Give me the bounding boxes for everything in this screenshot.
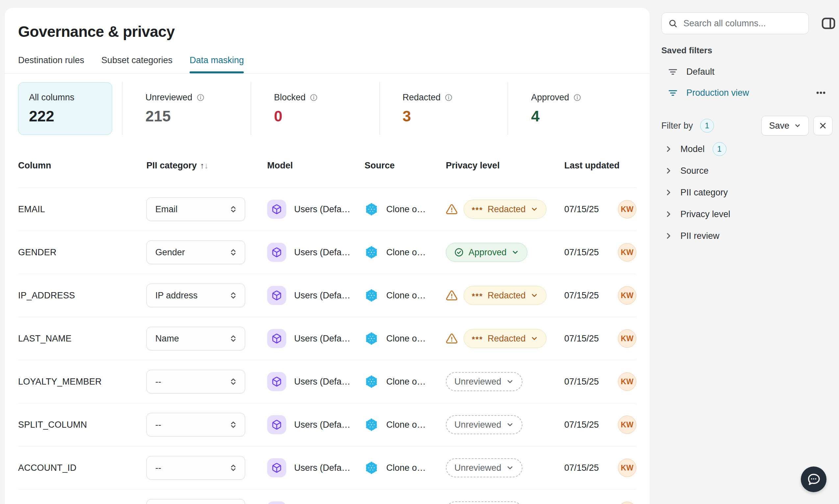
pii-category-select[interactable]: -- [146,499,245,504]
source-name: Clone o… [386,377,426,387]
filter-category-pii-review[interactable]: PII review [650,225,839,247]
source-name: Clone o… [386,334,426,344]
chevron-down-icon [530,291,538,299]
filter-count-badge: 1 [700,119,714,132]
tab-destination-rules[interactable]: Destination rules [18,55,84,73]
stat-blocked[interactable]: Blocked 0 [251,82,379,135]
info-icon[interactable] [309,93,318,102]
collapse-panel-button[interactable] [820,15,837,32]
chevron-down-icon [511,248,519,256]
select-chevrons-icon [229,464,237,472]
model-name: Users (Defa… [294,204,351,215]
saved-filter-production-view[interactable]: Production view [650,82,839,103]
saved-filter-default[interactable]: Default [650,61,839,82]
privacy-level-badge[interactable]: Approved [446,243,528,262]
warning-icon [446,203,458,215]
stat-redacted[interactable]: Redacted 3 [379,82,508,135]
select-chevrons-icon [229,205,237,214]
page-title: Governance & privacy [18,8,636,41]
privacy-level-badge[interactable]: *** Redacted [464,286,547,305]
pii-category-select[interactable]: Name [146,327,245,350]
sort-icon[interactable]: ↑↓ [200,161,208,170]
clear-filters-button[interactable] [813,116,833,135]
info-icon[interactable] [573,93,582,102]
chevron-right-icon [664,210,673,219]
pii-category-select[interactable]: -- [146,456,245,480]
warning-icon [446,289,458,301]
snowflake-icon [364,418,378,432]
more-options-icon[interactable] [815,87,826,98]
chevron-down-icon [794,122,801,129]
saved-filters-list: Default Production view [650,61,839,103]
column-name: ACCOUNT_ID [18,463,146,473]
last-updated-date: 07/15/25 [564,247,599,257]
model-cube-icon [271,204,282,215]
last-updated-date: 07/15/25 [564,204,599,215]
pii-category-select[interactable]: -- [146,370,245,394]
source-name: Clone o… [386,420,426,430]
model-chip [267,415,286,434]
avatar: KW [618,458,636,477]
filter-by-label: Filter by [661,121,693,131]
table-row: EMAIL Email Users (Defa… Clone o… *** Re… [18,187,636,231]
search-input[interactable] [683,18,802,29]
privacy-level-badge[interactable]: *** Redacted [464,329,547,348]
stat-approved[interactable]: Approved 4 [508,82,636,135]
filter-category-pii-category[interactable]: PII category [650,182,839,203]
tab-subset-categories[interactable]: Subset categories [101,55,173,73]
filter-category-privacy-level[interactable]: Privacy level [650,203,839,225]
chevron-down-icon [506,378,514,385]
chevron-right-icon [664,231,673,240]
pii-category-select[interactable]: -- [146,413,245,436]
last-updated-date: 07/15/25 [564,377,599,387]
column-name: LOYALTY_MEMBER [18,377,146,387]
avatar: KW [618,243,636,262]
snowflake-icon [364,461,378,475]
chat-launcher-button[interactable] [801,467,826,492]
privacy-level-badge[interactable]: Unreviewed [446,415,522,434]
table-header: Column PII category ↑↓ Model Source Priv… [18,143,636,187]
column-name: EMAIL [18,204,146,215]
tab-data-masking[interactable]: Data masking [190,55,244,73]
search-box[interactable] [661,13,809,34]
select-chevrons-icon [229,291,237,300]
filter-category-list: Model 1 Source PII category Privacy leve… [650,138,839,247]
privacy-level-badge[interactable]: Unreviewed [446,458,522,478]
last-updated-date: 07/15/25 [564,290,599,301]
table-row: GENDER Gender Users (Defa… Clone o… Appr… [18,231,636,274]
filter-category-model[interactable]: Model 1 [650,138,839,160]
filter-category-source[interactable]: Source [650,160,839,182]
model-name: Users (Defa… [294,247,351,257]
pii-category-select[interactable]: Email [146,197,245,221]
right-sidebar: Saved filters Default Production view Fi… [650,0,839,504]
model-chip [267,501,286,504]
table-row: LAST_NAME Name Users (Defa… Clone o… ***… [18,317,636,360]
source-name: Clone o… [386,204,426,215]
header-pii-category[interactable]: PII category ↑↓ [146,161,267,171]
source-name: Clone o… [386,463,426,473]
snowflake-icon [364,202,378,216]
search-icon [668,19,677,28]
model-chip [267,286,286,305]
save-filter-button[interactable]: Save [761,116,809,136]
redacted-stars: *** [472,205,483,215]
info-icon[interactable] [445,93,453,102]
avatar: KW [618,329,636,348]
chat-bubble-icon [806,472,821,487]
info-icon[interactable] [196,93,204,102]
last-updated-date: 07/15/25 [564,334,599,344]
model-name: Users (Defa… [294,463,351,473]
privacy-level-badge[interactable]: *** Redacted [464,200,547,219]
stat-all-columns[interactable]: All columns 222 [18,82,112,135]
table-row: INITIAL_SOURCE -- Users (Defa… Clone o… … [18,489,636,504]
privacy-level-badge[interactable]: Unreviewed [446,372,522,391]
stat-unreviewed[interactable]: Unreviewed 215 [122,82,251,135]
last-updated-date: 07/15/25 [564,420,599,430]
avatar: KW [618,200,636,218]
pii-category-select[interactable]: IP address [146,284,245,307]
header-column: Column [18,161,146,171]
select-chevrons-icon [229,420,237,429]
pii-category-select[interactable]: Gender [146,240,245,264]
privacy-level-badge[interactable]: Unreviewed [446,501,522,504]
saved-filters-label: Saved filters [661,46,712,56]
